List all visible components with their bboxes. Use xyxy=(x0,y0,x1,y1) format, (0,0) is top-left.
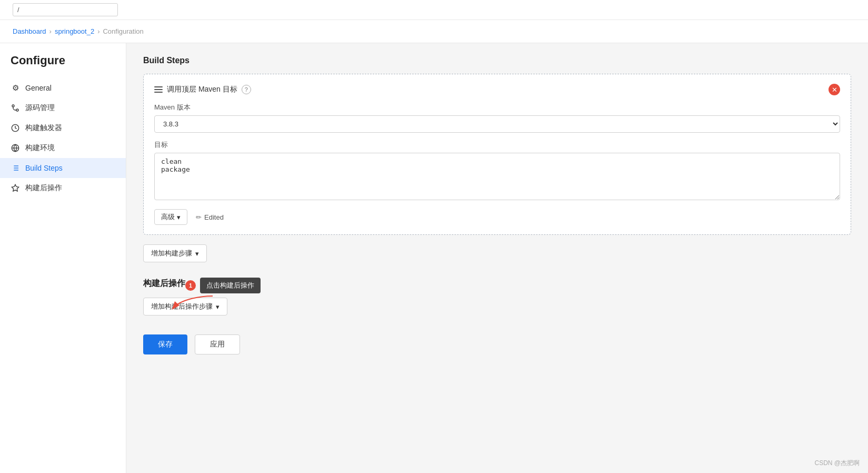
help-icon[interactable]: ? xyxy=(242,85,251,94)
chevron-down-icon: ▾ xyxy=(177,213,181,221)
pencil-icon: ✏ xyxy=(196,213,202,221)
breadcrumb-sep1: › xyxy=(49,27,52,35)
breadcrumb-sep2: › xyxy=(97,27,99,35)
advanced-label: 高级 xyxy=(161,212,175,222)
sidebar-item-label-general: General xyxy=(25,84,52,92)
list-icon xyxy=(11,163,20,173)
add-build-step-button[interactable]: 增加构建步骤 ▾ xyxy=(143,244,207,262)
sidebar-item-label-source: 源码管理 xyxy=(25,103,55,113)
post-build-icon xyxy=(11,183,20,193)
sidebar-item-label-post-build: 构建后操作 xyxy=(25,183,62,193)
apply-button[interactable]: 应用 xyxy=(195,334,240,354)
sidebar-item-label-env: 构建环境 xyxy=(25,143,55,153)
breadcrumb-page: Configuration xyxy=(103,27,143,35)
bottom-actions: 保存 应用 xyxy=(143,334,851,354)
svg-point-0 xyxy=(12,105,14,107)
sidebar-item-trigger[interactable]: 构建触发器 xyxy=(0,118,126,138)
post-build-section: 构建后操作 1 点击构建后操作 xyxy=(143,278,851,316)
target-label: 目标 xyxy=(154,140,840,150)
target-textarea[interactable]: clean package xyxy=(154,153,840,200)
save-button[interactable]: 保存 xyxy=(143,334,187,354)
tooltip-arrow xyxy=(171,293,218,314)
drag-handle-icon[interactable] xyxy=(154,86,163,93)
sidebar-item-source[interactable]: 源码管理 xyxy=(0,98,126,118)
card-header: 调用顶层 Maven 目标 ? ✕ xyxy=(154,84,840,95)
sidebar-item-label-build-steps: Build Steps xyxy=(25,164,63,172)
card-header-label: 调用顶层 Maven 目标 xyxy=(167,85,237,94)
build-steps-card: 调用顶层 Maven 目标 ? ✕ Maven 版本 3.8.3 目标 clea… xyxy=(143,74,851,235)
sidebar: Configure ⚙ General 源码管理 构建触发器 构建环境 xyxy=(0,43,126,473)
advanced-button[interactable]: 高级 ▾ xyxy=(154,209,187,225)
card-close-button[interactable]: ✕ xyxy=(829,84,840,95)
card-footer: 高级 ▾ ✏ Edited xyxy=(154,209,840,225)
source-icon xyxy=(11,103,20,113)
svg-marker-11 xyxy=(12,184,18,191)
watermark: CSDN @杰肥啊 xyxy=(814,459,860,468)
edited-label: ✏ Edited xyxy=(196,213,224,221)
clock-icon xyxy=(11,123,20,133)
top-path-input[interactable] xyxy=(13,3,118,16)
sidebar-item-build-steps[interactable]: Build Steps xyxy=(0,158,126,178)
sidebar-item-post-build[interactable]: 构建后操作 xyxy=(0,178,126,198)
edited-text: Edited xyxy=(204,213,224,221)
sidebar-item-label-trigger: 构建触发器 xyxy=(25,123,62,133)
breadcrumb: Dashboard › springboot_2 › Configuration xyxy=(0,20,868,43)
build-steps-title: Build Steps xyxy=(143,56,851,65)
gear-icon: ⚙ xyxy=(11,83,20,93)
tooltip-text: 点击构建后操作 xyxy=(200,278,261,293)
card-header-left: 调用顶层 Maven 目标 ? xyxy=(154,85,251,94)
sidebar-title: Configure xyxy=(0,54,126,78)
sidebar-item-env[interactable]: 构建环境 xyxy=(0,138,126,158)
breadcrumb-project[interactable]: springboot_2 xyxy=(55,27,94,35)
main-content: Build Steps 调用顶层 Maven 目标 ? ✕ xyxy=(126,43,868,473)
maven-version-label: Maven 版本 xyxy=(154,103,840,112)
globe-icon xyxy=(11,143,20,153)
sidebar-item-general[interactable]: ⚙ General xyxy=(0,78,126,98)
maven-version-select[interactable]: 3.8.3 xyxy=(154,115,840,133)
svg-point-1 xyxy=(16,109,18,111)
tooltip-container: 1 点击构建后操作 xyxy=(185,278,261,293)
breadcrumb-dashboard[interactable]: Dashboard xyxy=(13,27,46,35)
tooltip-badge-num: 1 xyxy=(185,280,196,291)
add-step-chevron-icon: ▾ xyxy=(195,250,199,258)
add-step-label: 增加构建步骤 xyxy=(151,249,192,258)
